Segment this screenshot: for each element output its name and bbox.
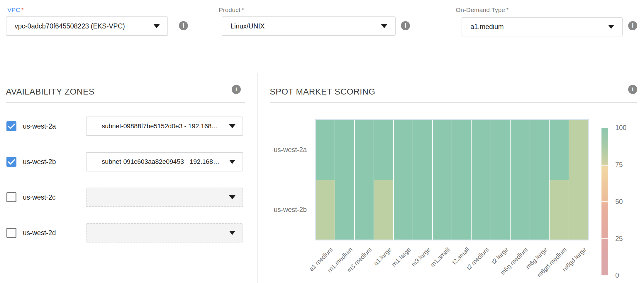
heatmap-cell-us-west-2b-a1.medium[interactable]	[316, 180, 335, 240]
heatmap-cell-us-west-2b-m1.medium[interactable]	[335, 180, 354, 240]
az-subnet-select-us-west-2a[interactable]: subnet-09888f7be5152d0e3 - 192.168…	[86, 117, 243, 136]
vpc-select[interactable]: vpc-0adcb70f645508223 (EKS-VPC)	[6, 16, 168, 36]
heatmap-cell-us-west-2a-t2.large[interactable]	[491, 120, 510, 180]
chevron-down-icon	[153, 24, 160, 28]
chevron-down-icon	[229, 231, 235, 235]
az-checkbox-us-west-2a[interactable]	[6, 121, 16, 131]
heatmap-cell-us-west-2b-m1.large[interactable]	[394, 180, 413, 240]
vpc-label: VPC*	[7, 6, 24, 14]
heatmap-cell-us-west-2b-m3.medium[interactable]	[355, 180, 374, 240]
heatmap-cell-us-west-2b-m6g.medium[interactable]	[511, 180, 529, 240]
info-icon[interactable]: i	[179, 21, 188, 30]
on-demand-type-select-value: a1.medium	[462, 23, 608, 31]
heatmap-cell-us-west-2b-m1.small[interactable]	[433, 180, 452, 240]
heatmap-cell-us-west-2a-a1.medium[interactable]	[316, 120, 335, 180]
info-icon[interactable]: i	[232, 85, 241, 94]
az-subnet-value: subnet-091c603aa82e09453 - 192.168…	[87, 158, 229, 166]
heatmap-column-label: t2.small	[451, 246, 471, 266]
heatmap-cell-us-west-2a-m6gd.large[interactable]	[569, 120, 588, 180]
checkmark-icon	[6, 157, 16, 167]
heatmap-cell-us-west-2a-t2.medium[interactable]	[472, 120, 490, 180]
heatmap-column-label: m1.small	[429, 246, 451, 268]
heatmap-row-label: us-west-2b	[261, 205, 307, 214]
heatmap-row-label: us-west-2a	[261, 146, 307, 154]
legend-tick-label: 100	[615, 124, 626, 132]
required-asterisk: *	[21, 6, 24, 13]
heatmap-cell-us-west-2b-m6g.large[interactable]	[530, 180, 549, 240]
heatmap-cell-us-west-2a-t2.small[interactable]	[452, 120, 471, 180]
heatmap-cell-us-west-2a-m3.medium[interactable]	[355, 120, 374, 180]
heatmap-cell-us-west-2a-m1.large[interactable]	[394, 120, 413, 180]
heatmap-color-legend	[601, 128, 608, 275]
az-subnet-select-us-west-2d[interactable]	[86, 223, 243, 242]
az-zone-label: us-west-2c	[23, 193, 55, 201]
info-icon[interactable]: i	[401, 21, 410, 30]
az-zone-label: us-west-2a	[23, 122, 56, 130]
chevron-down-icon	[229, 195, 235, 199]
heatmap-cell-us-west-2a-m6gd.medium[interactable]	[550, 120, 568, 180]
divider	[270, 102, 637, 103]
legend-tick-label: 0	[615, 272, 619, 279]
chevron-down-icon	[229, 160, 235, 164]
az-subnet-select-us-west-2c[interactable]	[86, 188, 243, 207]
legend-tick-label: 25	[615, 235, 623, 242]
spot-scoring-heatmap	[315, 119, 589, 240]
az-checkbox-us-west-2b[interactable]	[6, 157, 16, 167]
info-icon[interactable]: i	[628, 85, 637, 94]
product-select-value: Linux/UNIX	[222, 22, 381, 30]
info-icon[interactable]: i	[628, 21, 637, 30]
az-subnet-select-us-west-2b[interactable]: subnet-091c603aa82e09453 - 192.168…	[86, 152, 243, 171]
heatmap-cell-us-west-2b-t2.large[interactable]	[491, 180, 510, 240]
heatmap-cell-us-west-2b-m3.large[interactable]	[413, 180, 432, 240]
heatmap-column-label: m3.large	[410, 246, 432, 268]
on-demand-type-label: On-Demand Type*	[456, 6, 509, 14]
heatmap-column-label: t2.large	[490, 246, 510, 266]
heatmap-cell-us-west-2a-m1.medium[interactable]	[335, 120, 354, 180]
legend-tick	[601, 238, 608, 239]
chevron-down-icon	[229, 124, 235, 128]
az-checkbox-us-west-2d[interactable]	[6, 228, 16, 238]
az-subnet-value: subnet-09888f7be5152d0e3 - 192.168…	[87, 122, 229, 130]
az-zone-label: us-west-2d	[23, 229, 56, 237]
required-asterisk: *	[242, 6, 244, 13]
chevron-down-icon	[381, 24, 387, 28]
heatmap-cell-us-west-2a-m6g.medium[interactable]	[511, 120, 529, 180]
availability-zones-title: AVAILABILITY ZONES	[6, 87, 94, 97]
legend-tick	[601, 201, 608, 202]
legend-tick	[601, 165, 608, 166]
on-demand-type-select[interactable]: a1.medium	[462, 17, 623, 36]
panel-divider	[257, 73, 258, 283]
heatmap-cell-us-west-2b-a1.large[interactable]	[374, 180, 393, 240]
heatmap-column-label: m1.large	[390, 246, 412, 268]
heatmap-cell-us-west-2b-m6gd.large[interactable]	[569, 180, 588, 240]
chevron-down-icon	[608, 25, 614, 29]
heatmap-cell-us-west-2a-a1.large[interactable]	[374, 120, 393, 180]
heatmap-cell-us-west-2a-m6g.large[interactable]	[530, 120, 549, 180]
vpc-select-value: vpc-0adcb70f645508223 (EKS-VPC)	[6, 22, 153, 30]
az-checkbox-us-west-2c[interactable]	[6, 192, 16, 202]
heatmap-cell-us-west-2b-t2.small[interactable]	[452, 180, 471, 240]
spot-market-scoring-title: SPOT MARKET SCORING	[270, 87, 375, 97]
checkmark-icon	[6, 121, 16, 131]
legend-tick-label: 50	[615, 198, 623, 205]
product-label: Product*	[219, 6, 244, 14]
heatmap-cell-us-west-2a-m3.large[interactable]	[413, 120, 432, 180]
legend-tick-label: 75	[615, 161, 623, 169]
heatmap-column-label: a1.large	[372, 246, 393, 267]
divider	[6, 102, 245, 103]
heatmap-cell-us-west-2a-m1.small[interactable]	[433, 120, 452, 180]
heatmap-cell-us-west-2b-m6gd.medium[interactable]	[550, 180, 568, 240]
product-select[interactable]: Linux/UNIX	[222, 16, 396, 36]
az-zone-label: us-west-2b	[23, 158, 56, 166]
required-asterisk: *	[506, 6, 509, 13]
heatmap-cell-us-west-2b-t2.medium[interactable]	[472, 180, 490, 240]
